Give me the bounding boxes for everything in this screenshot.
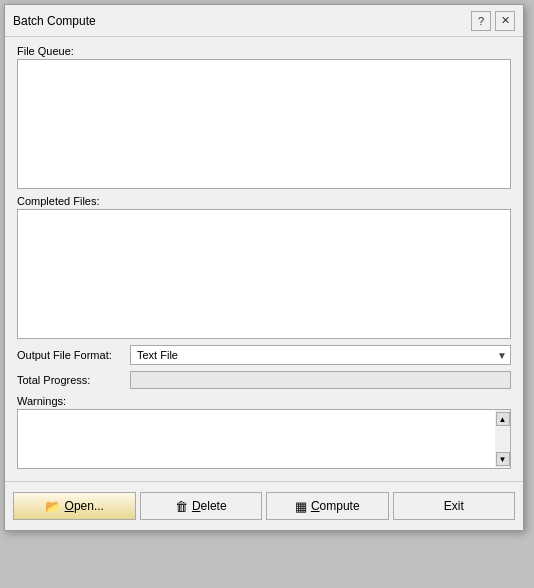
file-queue-section: File Queue: — [17, 45, 511, 189]
completed-files-listbox[interactable] — [17, 209, 511, 339]
warnings-label: Warnings: — [17, 395, 511, 407]
exit-label: Exit — [444, 499, 464, 513]
footer-buttons: 📂 Open... 🗑 Delete ▦ Compute Exit — [5, 486, 523, 530]
scroll-up-button[interactable]: ▲ — [496, 412, 510, 426]
warnings-section: Warnings: ▲ ▼ — [17, 395, 511, 469]
exit-button[interactable]: Exit — [393, 492, 516, 520]
help-button[interactable]: ? — [471, 11, 491, 31]
output-format-label: Output File Format: — [17, 349, 122, 361]
open-label: Open... — [65, 499, 104, 513]
title-bar-left: Batch Compute — [13, 14, 96, 28]
warnings-area: ▲ ▼ — [17, 409, 511, 469]
compute-icon: ▦ — [295, 499, 307, 514]
delete-icon: 🗑 — [175, 499, 188, 514]
file-queue-listbox[interactable] — [17, 59, 511, 189]
warnings-scrollbar: ▲ ▼ — [495, 409, 511, 469]
file-queue-label: File Queue: — [17, 45, 511, 57]
delete-label: Delete — [192, 499, 227, 513]
title-bar-buttons: ? ✕ — [471, 11, 515, 31]
close-button[interactable]: ✕ — [495, 11, 515, 31]
progress-bar-container — [130, 371, 511, 389]
output-format-select[interactable]: Text FileCSVExcelXML — [130, 345, 511, 365]
compute-button[interactable]: ▦ Compute — [266, 492, 389, 520]
open-button[interactable]: 📂 Open... — [13, 492, 136, 520]
window-title: Batch Compute — [13, 14, 96, 28]
footer-divider — [5, 481, 523, 482]
total-progress-row: Total Progress: — [17, 371, 511, 389]
warnings-textarea[interactable] — [17, 409, 495, 469]
batch-compute-window: Batch Compute ? ✕ File Queue: Completed … — [4, 4, 524, 531]
delete-button[interactable]: 🗑 Delete — [140, 492, 263, 520]
scroll-down-button[interactable]: ▼ — [496, 452, 510, 466]
main-content: File Queue: Completed Files: Output File… — [5, 37, 523, 477]
total-progress-label: Total Progress: — [17, 374, 122, 386]
output-format-dropdown-wrapper: Text FileCSVExcelXML ▼ — [130, 345, 511, 365]
open-icon: 📂 — [45, 499, 61, 514]
title-bar: Batch Compute ? ✕ — [5, 5, 523, 37]
output-format-row: Output File Format: Text FileCSVExcelXML… — [17, 345, 511, 365]
compute-label: Compute — [311, 499, 360, 513]
completed-files-section: Completed Files: — [17, 195, 511, 339]
completed-files-label: Completed Files: — [17, 195, 511, 207]
